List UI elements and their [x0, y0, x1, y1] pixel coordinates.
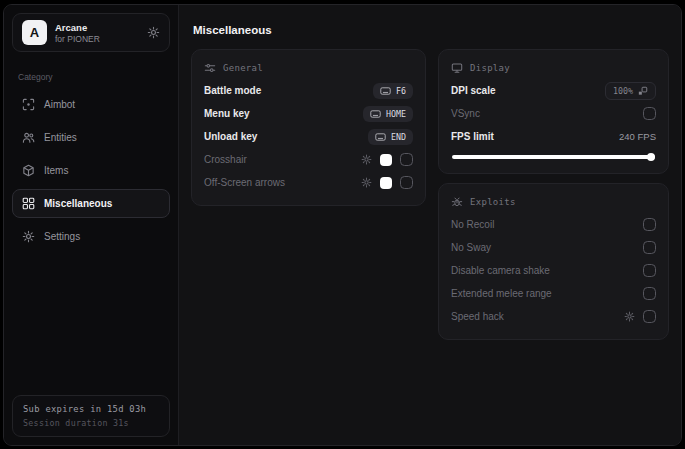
- fps-limit-row: FPS limit 240 FPS: [451, 125, 656, 148]
- sidebar: A Arcane for PIONER Category: [4, 5, 179, 445]
- unload-key-label: Unload key: [204, 131, 257, 142]
- sidebar-item-label: Settings: [44, 231, 80, 242]
- bug-icon: [451, 196, 463, 208]
- menu-key-keybind[interactable]: HOME: [363, 106, 413, 122]
- no-recoil-checkbox[interactable]: [643, 218, 656, 231]
- monitor-icon: [451, 62, 463, 74]
- sidebar-item-items[interactable]: Items: [12, 156, 170, 185]
- general-card-title: General: [223, 63, 263, 73]
- menu-key-key: HOME: [386, 109, 406, 119]
- battle-mode-key: F6: [396, 86, 406, 96]
- dpi-scale-row: DPI scale 100%: [451, 79, 656, 102]
- disable-camera-shake-checkbox[interactable]: [643, 264, 656, 277]
- no-sway-row: No Sway: [451, 236, 656, 259]
- disable-camera-shake-row: Disable camera shake: [451, 259, 656, 282]
- sub-expiry-text: Sub expires in 15d 03h: [23, 404, 159, 414]
- app-subtitle: for PIONER: [55, 34, 100, 44]
- dpi-scale-label: DPI scale: [451, 85, 495, 96]
- keyboard-icon: [370, 110, 381, 118]
- crosshair-label: Crosshair: [204, 154, 247, 165]
- display-card-header: Display: [451, 62, 656, 74]
- no-recoil-label: No Recoil: [451, 219, 494, 230]
- keyboard-icon: [375, 133, 386, 141]
- vsync-label: VSync: [451, 108, 480, 119]
- fps-limit-label: FPS limit: [451, 131, 494, 142]
- offscreen-arrows-controls: [361, 176, 413, 189]
- crosshair-color-swatch[interactable]: [380, 154, 392, 166]
- sidebar-item-aimbot[interactable]: Aimbot: [12, 90, 170, 119]
- left-column: General Battle mode F6: [191, 49, 426, 206]
- general-card-header: General: [204, 62, 413, 74]
- menu-key-label: Menu key: [204, 108, 250, 119]
- menu-key-row: Menu key HOME: [204, 102, 413, 125]
- fps-limit-slider-knob[interactable]: [647, 153, 655, 161]
- speed-hack-checkbox[interactable]: [643, 310, 656, 323]
- aimbot-crosshair-icon: [22, 98, 35, 111]
- exploits-card: Exploits No Recoil No Sway Disable camer…: [438, 183, 669, 340]
- offscreen-arrows-row: Off-Screen arrows: [204, 171, 413, 194]
- no-recoil-row: No Recoil: [451, 213, 656, 236]
- keyboard-icon: [380, 87, 391, 95]
- sidebar-item-label: Items: [44, 165, 68, 176]
- offscreen-arrows-label: Off-Screen arrows: [204, 177, 285, 188]
- disable-camera-shake-label: Disable camera shake: [451, 265, 550, 276]
- battle-mode-row: Battle mode F6: [204, 79, 413, 102]
- brand-text: Arcane for PIONER: [55, 22, 100, 44]
- unload-key-row: Unload key END: [204, 125, 413, 148]
- no-sway-label: No Sway: [451, 242, 491, 253]
- fps-limit-slider[interactable]: [452, 155, 655, 159]
- sidebar-item-label: Entities: [44, 132, 77, 143]
- extended-melee-range-checkbox[interactable]: [643, 287, 656, 300]
- display-card-title: Display: [470, 63, 510, 73]
- dpi-scale-value: 100%: [613, 86, 633, 96]
- items-cube-icon: [22, 164, 35, 177]
- crosshair-row: Crosshair: [204, 148, 413, 171]
- session-duration-text: Session duration 31s: [23, 418, 159, 428]
- app-name: Arcane: [55, 22, 100, 33]
- vsync-row: VSync: [451, 102, 656, 125]
- sidebar-item-label: Aimbot: [44, 99, 75, 110]
- battle-mode-label: Battle mode: [204, 85, 261, 96]
- offscreen-arrows-checkbox[interactable]: [400, 176, 413, 189]
- main-content: Miscellaneous General: [179, 5, 681, 445]
- general-card: General Battle mode F6: [191, 49, 426, 206]
- display-card: Display DPI scale 100%: [438, 49, 669, 174]
- crosshair-checkbox[interactable]: [400, 153, 413, 166]
- no-sway-checkbox[interactable]: [643, 241, 656, 254]
- gear-icon[interactable]: [147, 26, 160, 39]
- right-column: Display DPI scale 100%: [438, 49, 669, 340]
- speed-hack-row: Speed hack: [451, 305, 656, 328]
- entities-icon: [22, 131, 35, 144]
- vsync-checkbox[interactable]: [643, 107, 656, 120]
- crosshair-controls: [361, 153, 413, 166]
- dpi-scale-value-badge[interactable]: 100%: [605, 82, 656, 100]
- category-label: Category: [18, 72, 164, 82]
- offscreen-arrows-color-swatch[interactable]: [380, 177, 392, 189]
- unload-key-key: END: [391, 132, 406, 142]
- sidebar-item-label: Miscellaneous: [44, 198, 112, 209]
- sidebar-item-miscellaneous[interactable]: Miscellaneous: [12, 189, 170, 218]
- gear-icon: [22, 230, 35, 243]
- exploits-card-title: Exploits: [470, 197, 516, 207]
- miscellaneous-grid-icon: [22, 197, 35, 210]
- sidebar-item-settings[interactable]: Settings: [12, 222, 170, 251]
- unload-key-keybind[interactable]: END: [368, 129, 413, 145]
- extended-melee-range-label: Extended melee range: [451, 288, 552, 299]
- speed-hack-controls: [624, 310, 656, 323]
- fps-limit-value: 240 FPS: [619, 131, 656, 142]
- gear-icon[interactable]: [361, 177, 372, 188]
- gear-icon[interactable]: [624, 311, 635, 322]
- resize-icon: [638, 86, 648, 96]
- page-title: Miscellaneous: [193, 24, 669, 36]
- speed-hack-label: Speed hack: [451, 311, 504, 322]
- app-window: A Arcane for PIONER Category: [3, 4, 682, 446]
- extended-melee-range-row: Extended melee range: [451, 282, 656, 305]
- sliders-icon: [204, 62, 216, 74]
- sidebar-item-entities[interactable]: Entities: [12, 123, 170, 152]
- subscription-info-box: Sub expires in 15d 03h Session duration …: [12, 395, 170, 437]
- app-logo: A: [22, 20, 47, 45]
- exploits-card-header: Exploits: [451, 196, 656, 208]
- brand-card: A Arcane for PIONER: [12, 13, 170, 52]
- gear-icon[interactable]: [361, 154, 372, 165]
- battle-mode-keybind[interactable]: F6: [373, 83, 413, 99]
